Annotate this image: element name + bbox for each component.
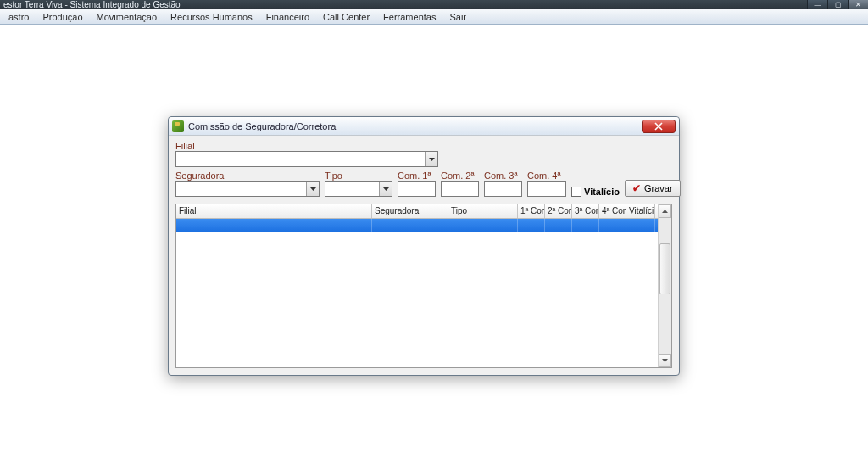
main-menu: astro Produção Movimentação Recursos Hum… xyxy=(0,9,868,25)
tipo-dropdown-button[interactable] xyxy=(379,182,392,196)
menu-ferramentas[interactable]: Ferramentas xyxy=(376,10,442,24)
gravar-label: Gravar xyxy=(644,183,673,193)
dialog-title: Comissão de Seguradora/Corretora xyxy=(188,121,336,131)
dialog-comissao: Comissão de Seguradora/Corretora Filial … xyxy=(168,116,680,376)
label-vitalicio: Vitalício xyxy=(584,187,620,197)
cell-com3 xyxy=(572,219,599,232)
menu-recursos-humanos[interactable]: Recursos Humanos xyxy=(164,10,259,24)
col-seguradora[interactable]: Seguradora xyxy=(372,204,448,218)
menu-movimentacao[interactable]: Movimentação xyxy=(90,10,164,24)
dialog-titlebar[interactable]: Comissão de Seguradora/Corretora xyxy=(169,117,679,136)
col-com3[interactable]: 3ª Com xyxy=(572,204,599,218)
scroll-track[interactable] xyxy=(659,218,671,354)
dialog-close-button[interactable] xyxy=(642,120,676,133)
maximize-button[interactable]: ▢ xyxy=(827,0,848,9)
cell-tipo xyxy=(448,219,518,232)
col-com1[interactable]: 1ª Com xyxy=(518,204,545,218)
seguradora-input[interactable] xyxy=(177,182,304,195)
filial-input[interactable] xyxy=(177,153,423,165)
menu-cadastro[interactable]: astro xyxy=(2,10,36,24)
dialog-icon xyxy=(172,120,184,132)
app-title: estor Terra Viva - Sistema Integrado de … xyxy=(3,0,181,9)
row-filial: Filial xyxy=(175,141,672,167)
com4-input[interactable] xyxy=(527,181,566,197)
close-button[interactable]: ✕ xyxy=(848,0,868,9)
close-icon xyxy=(654,122,663,131)
gravar-button[interactable]: ✔ Gravar xyxy=(625,180,681,197)
tipo-combo[interactable] xyxy=(325,181,392,197)
label-com1: Com. 1ª xyxy=(398,171,436,181)
chevron-down-icon xyxy=(429,158,435,161)
scroll-thumb[interactable] xyxy=(659,243,670,294)
cell-com1 xyxy=(518,219,545,232)
scroll-up-button[interactable] xyxy=(659,204,671,218)
minimize-button[interactable]: — xyxy=(807,0,827,9)
check-icon: ✔ xyxy=(632,183,641,193)
col-filial[interactable]: Filial xyxy=(176,204,372,218)
cell-vitalicio xyxy=(626,219,655,232)
label-seguradora: Seguradora xyxy=(175,171,320,181)
seguradora-combo[interactable] xyxy=(175,181,320,197)
label-tipo: Tipo xyxy=(325,171,392,181)
seguradora-dropdown-button[interactable] xyxy=(306,182,319,196)
filial-dropdown-button[interactable] xyxy=(425,152,437,166)
grid[interactable]: Filial Seguradora Tipo 1ª Com 2ª Com 3ª … xyxy=(176,204,658,367)
window-controls: — ▢ ✕ xyxy=(807,0,868,9)
chevron-down-icon xyxy=(310,187,316,191)
table-row[interactable] xyxy=(176,219,658,232)
checkbox-box xyxy=(571,187,581,197)
label-com4: Com. 4ª xyxy=(527,171,566,181)
grid-header: Filial Seguradora Tipo 1ª Com 2ª Com 3ª … xyxy=(176,204,658,219)
grid-wrapper: Filial Seguradora Tipo 1ª Com 2ª Com 3ª … xyxy=(175,204,672,368)
tipo-input[interactable] xyxy=(326,182,377,195)
label-com3: Com. 3ª xyxy=(484,171,522,181)
chevron-down-icon xyxy=(383,187,389,191)
menu-financeiro[interactable]: Financeiro xyxy=(259,10,316,24)
menu-call-center[interactable]: Call Center xyxy=(316,10,376,24)
cell-com2 xyxy=(545,219,572,232)
app-titlebar: estor Terra Viva - Sistema Integrado de … xyxy=(0,0,868,9)
com3-input[interactable] xyxy=(484,181,522,197)
com1-input[interactable] xyxy=(398,181,436,197)
dialog-body: Filial Seguradora Tipo xyxy=(169,136,679,375)
filial-combo[interactable] xyxy=(175,151,438,167)
menu-sair[interactable]: Sair xyxy=(442,10,473,24)
cell-seguradora xyxy=(372,219,448,232)
scroll-down-button[interactable] xyxy=(659,354,671,367)
col-tipo[interactable]: Tipo xyxy=(448,204,518,218)
col-vitalicio[interactable]: Vitalício xyxy=(626,204,655,218)
col-com4[interactable]: 4ª Com xyxy=(599,204,626,218)
chevron-down-icon xyxy=(662,359,668,362)
menu-producao[interactable]: Produção xyxy=(36,10,89,24)
grid-vscrollbar[interactable] xyxy=(658,204,671,367)
label-com2: Com. 2ª xyxy=(441,171,479,181)
col-com2[interactable]: 2ª Com xyxy=(545,204,572,218)
label-filial: Filial xyxy=(175,141,672,151)
row-params: Seguradora Tipo Com. 1ª xyxy=(175,171,672,197)
vitalicio-checkbox[interactable]: Vitalício xyxy=(571,187,620,197)
cell-filial xyxy=(176,219,372,232)
chevron-up-icon xyxy=(662,210,668,213)
cell-com4 xyxy=(599,219,626,232)
com2-input[interactable] xyxy=(441,181,479,197)
